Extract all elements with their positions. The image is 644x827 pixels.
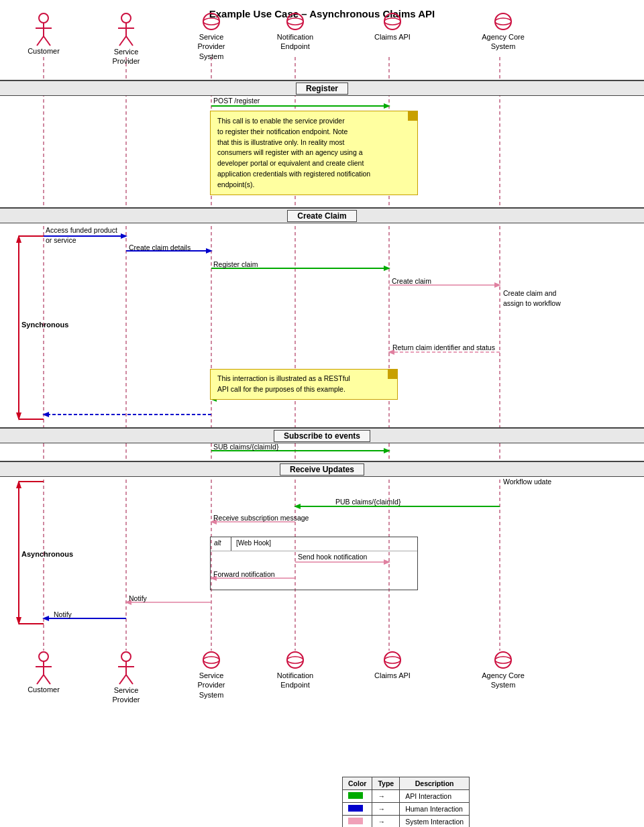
note-corner-1 [408,111,417,121]
svg-line-77 [37,675,44,684]
spsystem-figure-bottom [202,651,221,669]
async-label: Asynchronous [21,550,73,558]
svg-point-90 [495,652,511,668]
alt-condition: [Web Hook] [236,539,271,547]
customer-label-bottom: Customer [28,685,60,694]
msg-pub-label: PUB claims/{claimId} [335,498,400,506]
actor-agency-top: Agency Core System [476,12,530,52]
note-register: This call is to enable the service provi… [210,111,418,195]
agency-label-bottom: Agency Core System [476,671,530,690]
actor-customer-top: Customer [20,12,67,55]
svg-marker-50 [42,616,49,621]
msg-post-register-label: POST /register [213,97,260,105]
msg-create-assign-label: Create claim andassign to workflow [503,289,561,307]
legend-col-type: Type [372,777,400,790]
sp-label-bottom: ServiceProvider [113,685,140,705]
legend-color-api [343,790,372,803]
notif-figure-top [286,12,305,31]
svg-point-84 [203,652,219,668]
legend-type-human: → [372,803,400,816]
spsystem-figure-top [202,12,221,31]
actor-agency-bottom: Agency Core System [476,651,530,690]
actor-customer-bottom: Customer [20,651,67,694]
spsystem-label-bottom: Service ProviderSystem [188,671,235,700]
actor-sp-bottom: ServiceProvider [103,651,150,705]
msg-post-register: POST /register [213,97,260,105]
svg-point-70 [384,13,400,30]
legend-row-system: → System Interaction [343,816,470,828]
msg-return-claim-id: Return claim identifier and status [392,343,495,351]
legend-table: Color Type Description → API Interaction [342,777,470,827]
svg-point-73 [495,18,511,25]
legend-row-api: → API Interaction [343,790,470,803]
svg-point-72 [495,13,511,30]
msg-create-claim-details: Create claim details [129,243,191,252]
note-restful-text: This interraction is illustrated as a RE… [217,374,350,393]
legend-color-system [343,816,372,828]
msg-create-claim: Create claim [392,277,431,285]
svg-line-59 [37,36,44,46]
legend-desc-human: Human Interaction [400,803,470,816]
svg-point-79 [121,652,131,661]
msg-receive-sub-label: Receive subscription message [213,514,309,522]
svg-marker-15 [384,103,390,109]
agency-figure-top [494,12,513,31]
svg-marker-36 [16,412,21,421]
msg-sub-label: SUB claims/{claimId} [213,443,278,451]
section-subscribe-label: Subscribe to events [274,430,370,442]
msg-notify-1: Notify [129,594,147,602]
notif-label-bottom: Notification Endpoint [272,671,319,690]
msg-receive-sub: Receive subscription message [213,514,309,522]
sync-label-text: Synchronous [21,321,68,329]
svg-marker-19 [121,233,127,239]
svg-point-56 [39,13,48,23]
legend-type-api: → [372,790,400,803]
svg-marker-38 [384,448,390,453]
actor-spsystem-bottom: Service ProviderSystem [188,651,235,700]
actor-claimsapi-top: Claims API [369,12,416,42]
legend: Color Type Description → API Interaction [342,777,470,827]
legend-color-box-api [348,792,363,799]
msg-register-claim: Register claim [213,260,258,268]
claimsapi-figure-top [383,12,402,31]
svg-marker-31 [42,412,49,417]
svg-point-91 [495,657,511,663]
svg-point-67 [203,18,219,25]
section-receive-updates-label: Receive Updates [280,463,364,476]
spsystem-label-top: Service ProviderSystem [188,32,235,61]
actor-claimsapi-bottom: Claims API [369,651,416,680]
notif-figure-bottom [286,651,305,669]
agency-label-top: Agency Core System [476,32,530,52]
alt-divider-v [231,537,231,551]
legend-color-box-human [348,805,363,812]
svg-line-78 [44,675,50,684]
msg-workflow-update: Workflow udate [503,478,551,486]
msg-workflow-update-label: Workflow udate [503,478,551,486]
note-restful: This interraction is illustrated as a RE… [210,369,398,400]
legend-color-box-system [348,818,363,824]
msg-access-funded: Access funded productor service [46,225,117,245]
diagram-title: Example Use Case – Asynchronous Claims A… [0,0,644,25]
legend-desc-system: System Interaction [400,816,470,828]
customer-figure-top [33,12,54,47]
section-register-label: Register [296,82,348,95]
svg-marker-23 [384,266,390,271]
svg-point-85 [203,657,219,663]
msg-return-claim-id-label: Return claim identifier and status [392,343,495,351]
svg-marker-21 [206,248,213,254]
legend-color-human [343,803,372,816]
sync-label: Synchronous [21,321,68,329]
legend-col-desc: Description [400,777,470,790]
svg-point-88 [384,652,400,668]
actor-notif-top: Notification Endpoint [272,12,319,52]
section-create-claim-label: Create Claim [287,210,356,222]
svg-point-86 [287,652,303,668]
svg-marker-54 [16,480,21,488]
svg-point-68 [287,13,303,30]
legend-row-human: → Human Interaction [343,803,470,816]
customer-label-top: Customer [28,47,60,55]
svg-marker-25 [494,282,501,288]
note-register-text: This call is to enable the service provi… [217,117,370,188]
claimsapi-label-top: Claims API [374,32,411,42]
svg-line-82 [119,675,126,684]
